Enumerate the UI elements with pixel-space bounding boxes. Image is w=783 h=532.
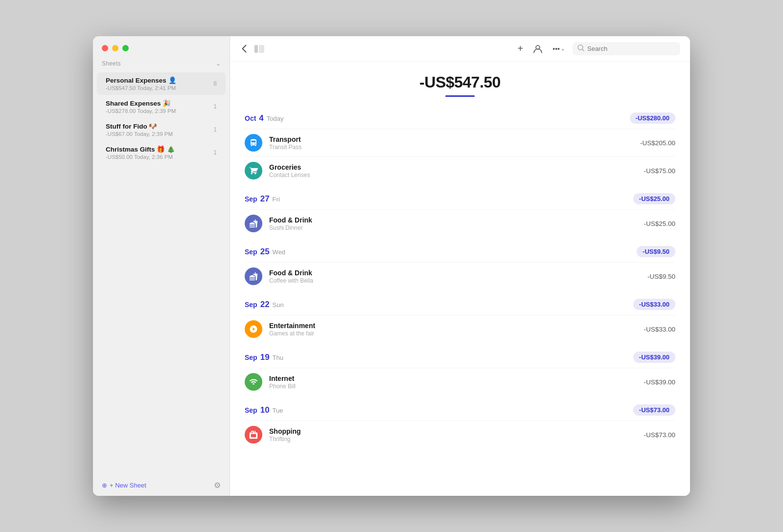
transaction-sub: Games at the fair [269,330,637,337]
sidebar-sheet-item[interactable]: Stuff for Fido 🐶 -US$67.00 Today, 2:39 P… [97,118,226,141]
balance-underline [445,95,475,97]
transaction-icon [245,320,262,338]
sheet-count: 8 [213,80,217,87]
transaction-name: Shopping [269,427,637,435]
transactions-list: Oct 4 Today -US$280.00 Transport Transit… [230,106,690,496]
sidebar-sheet-item[interactable]: Christmas Gifts 🎁 🎄 -US$50.00 Today, 2:3… [97,141,226,164]
date-weekday: Today [267,115,284,122]
date-group: Sep 25 Wed -US$9.50 Food & Drink Coffee … [245,239,675,290]
person-icon-button[interactable] [531,42,545,56]
transaction-row[interactable]: Entertainment Games at the fair -US$33.0… [245,315,675,343]
transaction-icon [245,162,262,179]
transaction-amount: -US$205.00 [640,139,675,147]
sheet-meta: -US$50.00 Today, 2:36 PM [106,154,213,160]
sheet-meta: -US$547.50 Today, 2:41 PM [106,85,213,91]
date-weekday: Fri [273,196,280,203]
transaction-sub: Transit Pass [269,144,633,151]
date-day: 27 [260,194,270,204]
date-label: Sep 22 Sun [245,300,284,310]
date-total: -US$39.00 [633,352,675,363]
sheet-info: Stuff for Fido 🐶 -US$67.00 Today, 2:39 P… [106,122,213,137]
settings-icon[interactable]: ⚙ [214,481,221,490]
date-header: Oct 4 Today -US$280.00 [245,106,675,129]
toolbar-right: + ••• ⌄ [516,41,680,56]
date-group: Oct 4 Today -US$280.00 Transport Transit… [245,106,675,184]
new-sheet-button[interactable]: ⊕ + New Sheet [102,482,146,489]
maximize-button[interactable] [122,45,129,51]
chevron-down-icon[interactable]: ⌄ [216,60,221,67]
transaction-name: Entertainment [269,322,637,330]
date-month: Sep [245,354,257,361]
search-icon [577,44,584,53]
transaction-amount: -US$73.00 [644,431,675,439]
back-button[interactable] [240,43,249,55]
sheet-info: Christmas Gifts 🎁 🎄 -US$50.00 Today, 2:3… [106,145,213,160]
sheet-name: Stuff for Fido 🐶 [106,122,213,130]
sheet-list: Personal Expenses 👤 -US$547.50 Today, 2:… [93,70,230,475]
transaction-icon [245,134,262,152]
transaction-row[interactable]: Shopping Thrifting -US$73.00 [245,421,675,448]
sheet-info: Shared Expenses 🎉 -US$278.00 Today, 2:39… [106,99,213,114]
date-total: -US$280.00 [630,112,675,124]
transaction-sub: Contact Lenses [269,172,637,178]
transaction-icon [245,373,262,391]
date-day: 10 [260,405,270,415]
transaction-row[interactable]: Food & Drink Sushi Dinner -US$25.00 [245,209,675,237]
transaction-info: Groceries Contact Lenses [269,163,637,178]
transaction-amount: -US$75.00 [644,167,675,175]
date-label: Sep 27 Fri [245,194,280,204]
sheet-count: 1 [213,103,217,110]
search-input[interactable] [587,45,675,52]
date-month: Sep [245,406,257,414]
date-weekday: Thu [273,354,283,361]
sheet-count: 1 [213,126,217,133]
transaction-name: Internet [269,375,637,382]
date-month: Oct [245,114,256,122]
new-sheet-label: + New Sheet [110,482,146,489]
date-day: 19 [260,353,270,362]
sidebar: Sheets ⌄ Personal Expenses 👤 -US$547.50 … [93,36,230,496]
sheet-meta: -US$67.00 Today, 2:39 PM [106,131,213,137]
sheet-name: Christmas Gifts 🎁 🎄 [106,145,213,153]
sidebar-sheet-item[interactable]: Shared Expenses 🎉 -US$278.00 Today, 2:39… [97,95,226,118]
transaction-info: Transport Transit Pass [269,135,633,151]
date-day: 4 [259,113,263,123]
date-group: Sep 22 Sun -US$33.00 Entertainment Games… [245,292,675,343]
transaction-row[interactable]: Internet Phone Bill -US$39.00 [245,368,675,396]
date-header: Sep 22 Sun -US$33.00 [245,292,675,315]
date-header: Sep 10 Tue -US$73.00 [245,398,675,421]
transaction-icon [245,215,262,232]
sheets-label: Sheets [102,60,121,67]
sidebar-sheet-item[interactable]: Personal Expenses 👤 -US$547.50 Today, 2:… [97,72,226,95]
date-weekday: Wed [273,248,286,256]
date-weekday: Tue [273,407,283,414]
sidebar-toggle-button[interactable] [253,43,266,55]
transaction-row[interactable]: Groceries Contact Lenses -US$75.00 [245,156,675,184]
new-sheet-icon: ⊕ [102,482,107,489]
transaction-sub: Phone Bill [269,383,637,390]
transaction-row[interactable]: Food & Drink Coffee with Bella -US$9.50 [245,262,675,290]
close-button[interactable] [102,45,108,51]
date-header: Sep 19 Thu -US$39.00 [245,345,675,368]
transaction-info: Entertainment Games at the fair [269,322,637,337]
sheet-name: Personal Expenses 👤 [106,76,213,84]
transaction-row[interactable]: Transport Transit Pass -US$205.00 [245,129,675,156]
date-label: Oct 4 Today [245,113,284,123]
transaction-amount: -US$9.50 [647,273,675,280]
more-options-button[interactable]: ••• ⌄ [551,43,567,55]
date-group: Sep 27 Fri -US$25.00 Food & Drink Sushi … [245,186,675,237]
transaction-name: Food & Drink [269,269,641,277]
transaction-icon [245,426,262,443]
transaction-sub: Thrifting [269,436,637,443]
traffic-lights [93,36,230,56]
transaction-sub: Coffee with Bella [269,277,641,284]
date-group: Sep 19 Thu -US$39.00 Internet Phone Bill… [245,345,675,396]
transaction-name: Transport [269,135,633,143]
transaction-name: Food & Drink [269,216,637,224]
date-group: Sep 10 Tue -US$73.00 Shopping Thrifting … [245,398,675,448]
date-day: 22 [260,300,270,310]
date-total: -US$25.00 [633,193,675,204]
svg-rect-0 [254,45,258,53]
add-button[interactable]: + [516,41,526,56]
minimize-button[interactable] [112,45,118,51]
